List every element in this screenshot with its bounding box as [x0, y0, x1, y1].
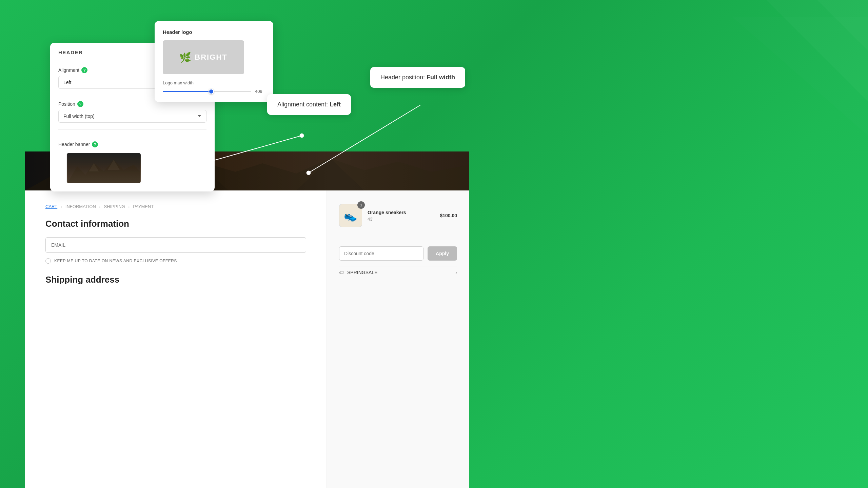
- item-price: $100.00: [440, 213, 457, 218]
- slider-value: 409: [255, 89, 265, 94]
- breadcrumb-sep-2: ›: [99, 205, 101, 209]
- order-divider: [339, 238, 457, 238]
- bg-decoration: [665, 0, 868, 136]
- item-badge: 1: [357, 201, 365, 209]
- logo-panel-title: Header logo: [163, 29, 265, 35]
- banner-image: [67, 153, 141, 183]
- item-name: Orange sneakers: [368, 210, 434, 215]
- slider-track[interactable]: [163, 91, 251, 92]
- checkout-area: CART › INFORMATION › SHIPPING › PAYMENT …: [25, 190, 469, 488]
- svg-marker-2: [732, 17, 868, 136]
- logo-preview-box: 🌿 BRIGHT: [163, 40, 244, 74]
- alignment-callout-bold: Left: [330, 101, 341, 108]
- shipping-title: Shipping address: [45, 274, 306, 285]
- promo-code: SPRINGSALE: [347, 270, 377, 275]
- logo-panel: Header logo 🌿 BRIGHT Logo max width 409: [155, 21, 273, 102]
- alignment-help-icon[interactable]: ?: [81, 67, 87, 73]
- divider: [58, 129, 206, 130]
- item-info: Orange sneakers 43': [368, 210, 434, 222]
- banner-section: Header banner ?: [50, 135, 215, 183]
- position-callout: Header position: Full width: [370, 67, 465, 88]
- banner-label: Header banner ?: [58, 141, 206, 147]
- email-input[interactable]: [45, 237, 306, 253]
- banner-help-icon[interactable]: ?: [92, 141, 98, 147]
- breadcrumb-sep-3: ›: [129, 205, 130, 209]
- breadcrumb: CART › INFORMATION › SHIPPING › PAYMENT: [45, 204, 306, 209]
- apply-button[interactable]: Apply: [428, 246, 457, 261]
- slider-thumb[interactable]: [209, 89, 214, 94]
- breadcrumb-payment[interactable]: PAYMENT: [133, 204, 154, 209]
- breadcrumb-cart[interactable]: CART: [45, 204, 57, 209]
- discount-row: Apply: [339, 246, 457, 261]
- logo-display: 🌿 BRIGHT: [179, 52, 227, 63]
- newsletter-checkbox[interactable]: [45, 258, 51, 264]
- position-callout-bold: Full width: [427, 74, 455, 81]
- max-width-label: Logo max width: [163, 80, 265, 85]
- newsletter-row: KEEP ME UP TO DATE ON NEWS AND EXCLUSIVE…: [45, 258, 306, 264]
- logo-leaf-icon: 🌿: [179, 52, 192, 63]
- promo-tag-row: 🏷 SPRINGSALE ›: [339, 266, 457, 279]
- order-item: 👟 1 Orange sneakers 43' $100.00: [339, 204, 457, 227]
- slider-fill: [163, 91, 211, 92]
- checkout-right: 👟 1 Orange sneakers 43' $100.00 Apply 🏷: [327, 190, 469, 488]
- panel-title: HEADER: [58, 49, 83, 55]
- promo-chevron-icon[interactable]: ›: [455, 270, 457, 275]
- position-help-icon[interactable]: ?: [77, 101, 83, 107]
- breadcrumb-sep-1: ›: [61, 205, 62, 209]
- item-image-wrap: 👟 1: [339, 204, 362, 227]
- contact-title: Contact information: [45, 219, 306, 229]
- logo-width-slider-row: 409: [163, 89, 265, 94]
- position-select[interactable]: Full width (top): [58, 110, 206, 123]
- newsletter-label: KEEP ME UP TO DATE ON NEWS AND EXCLUSIVE…: [54, 259, 177, 263]
- breadcrumb-information[interactable]: INFORMATION: [65, 204, 96, 209]
- item-variant: 43': [368, 217, 434, 222]
- checkout-left: CART › INFORMATION › SHIPPING › PAYMENT …: [25, 190, 327, 488]
- tag-icon: 🏷: [339, 270, 344, 275]
- breadcrumb-shipping[interactable]: SHIPPING: [104, 204, 125, 209]
- banner-preview[interactable]: [66, 153, 141, 183]
- alignment-callout: Alignment content: Left: [267, 94, 351, 115]
- discount-input[interactable]: [339, 246, 423, 261]
- website-preview: BRIGHT CART › INFORMATION › SHIPPING › P…: [25, 151, 469, 488]
